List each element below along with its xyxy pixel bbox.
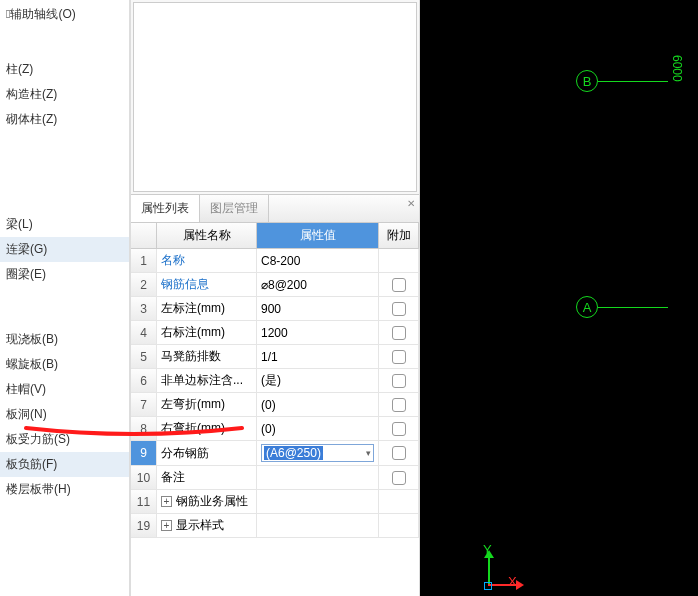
property-row[interactable]: 1名称C8-200: [131, 249, 419, 273]
tab-layer-manage[interactable]: 图层管理: [200, 195, 269, 222]
extra-checkbox[interactable]: [392, 374, 406, 388]
property-row[interactable]: 6非单边标注含...(是): [131, 369, 419, 393]
property-name: 右弯折(mm): [157, 417, 257, 440]
header-name: 属性名称: [157, 223, 257, 248]
property-value[interactable]: [257, 466, 379, 489]
row-number: 6: [131, 369, 157, 392]
axis-line: [598, 81, 668, 82]
property-name: +显示样式: [157, 514, 257, 537]
tree-item[interactable]: 连梁(G): [0, 237, 129, 262]
property-row[interactable]: 2钢筋信息⌀8@200: [131, 273, 419, 297]
property-value[interactable]: (0): [257, 417, 379, 440]
property-name: 备注: [157, 466, 257, 489]
property-value[interactable]: 1/1: [257, 345, 379, 368]
extra-checkbox[interactable]: [392, 446, 406, 460]
row-number: 4: [131, 321, 157, 344]
expand-icon[interactable]: +: [161, 496, 172, 507]
tree-item[interactable]: 板受力筋(S): [0, 427, 129, 452]
tree-item[interactable]: 楼层板带(H): [0, 477, 129, 502]
tree-item[interactable]: 现浇板(B): [0, 327, 129, 352]
row-number: 19: [131, 514, 157, 537]
property-row[interactable]: 19+显示样式: [131, 514, 419, 538]
property-value[interactable]: 900: [257, 297, 379, 320]
row-number: 8: [131, 417, 157, 440]
drawing-canvas[interactable]: B 6000 A Y X: [420, 0, 698, 596]
property-value[interactable]: (A6@250)▾: [257, 441, 379, 465]
tree-item[interactable]: 柱(Z): [0, 57, 129, 82]
property-row[interactable]: 7左弯折(mm)(0): [131, 393, 419, 417]
tree-item[interactable]: 构造柱(Z): [0, 82, 129, 107]
extra-cell: [379, 369, 419, 392]
extra-cell: [379, 273, 419, 296]
property-row[interactable]: 5马凳筋排数1/1: [131, 345, 419, 369]
property-row[interactable]: 3左标注(mm)900: [131, 297, 419, 321]
axis-line: [598, 307, 668, 308]
property-panel: 属性列表 图层管理 ✕ 属性名称 属性值 附加 1名称C8-2002钢筋信息⌀8…: [130, 0, 420, 596]
category-tree[interactable]: 􏰀辅助轴线(O) 柱(Z)构造柱(Z)砌体柱(Z) 梁(L)连梁(G)圈梁(E)…: [0, 0, 130, 596]
tree-item[interactable]: 板负筋(F): [0, 452, 129, 477]
extra-checkbox[interactable]: [392, 302, 406, 316]
property-name: 名称: [157, 249, 257, 272]
tree-item[interactable]: 砌体柱(Z): [0, 107, 129, 132]
tree-item[interactable]: 螺旋板(B): [0, 352, 129, 377]
extra-cell: [379, 321, 419, 344]
ucs-x-label: X: [508, 574, 517, 589]
extra-cell: [379, 393, 419, 416]
dimension-label: 6000: [670, 55, 684, 82]
extra-cell: [379, 345, 419, 368]
extra-cell: [379, 466, 419, 489]
property-name: 左标注(mm): [157, 297, 257, 320]
ucs-y-label: Y: [483, 542, 492, 557]
property-name: 马凳筋排数: [157, 345, 257, 368]
property-row[interactable]: 10备注: [131, 466, 419, 490]
tab-property-list[interactable]: 属性列表: [131, 195, 200, 222]
extra-cell: [379, 417, 419, 440]
extra-cell: [379, 249, 419, 272]
property-value[interactable]: [257, 514, 379, 537]
row-number: 10: [131, 466, 157, 489]
extra-checkbox[interactable]: [392, 278, 406, 292]
row-number: 5: [131, 345, 157, 368]
property-name: 钢筋信息: [157, 273, 257, 296]
property-name: 分布钢筋: [157, 441, 257, 465]
row-number: 1: [131, 249, 157, 272]
axis-badge-b: B: [576, 70, 598, 92]
tree-item[interactable]: 􏰀辅助轴线(O): [0, 2, 129, 27]
property-value[interactable]: ⌀8@200: [257, 273, 379, 296]
extra-checkbox[interactable]: [392, 422, 406, 436]
tree-item[interactable]: 柱帽(V): [0, 377, 129, 402]
tree-item[interactable]: 梁(L): [0, 212, 129, 237]
grid-header: 属性名称 属性值 附加: [131, 223, 419, 249]
value-dropdown[interactable]: (A6@250)▾: [261, 444, 374, 462]
row-number: 3: [131, 297, 157, 320]
header-value: 属性值: [257, 223, 379, 248]
tree-item[interactable]: 圈梁(E): [0, 262, 129, 287]
property-row[interactable]: 4右标注(mm)1200: [131, 321, 419, 345]
extra-checkbox[interactable]: [392, 471, 406, 485]
preview-area: [133, 2, 417, 192]
property-name: +钢筋业务属性: [157, 490, 257, 513]
property-value[interactable]: 1200: [257, 321, 379, 344]
extra-checkbox[interactable]: [392, 350, 406, 364]
chevron-down-icon[interactable]: ▾: [366, 448, 371, 458]
header-extra: 附加: [379, 223, 419, 248]
panel-tabs: 属性列表 图层管理 ✕: [131, 194, 419, 223]
property-value[interactable]: C8-200: [257, 249, 379, 272]
close-icon[interactable]: ✕: [407, 198, 415, 209]
property-row[interactable]: 9分布钢筋(A6@250)▾: [131, 441, 419, 466]
row-number: 11: [131, 490, 157, 513]
extra-cell: [379, 514, 419, 537]
property-value[interactable]: [257, 490, 379, 513]
expand-icon[interactable]: +: [161, 520, 172, 531]
property-row[interactable]: 8右弯折(mm)(0): [131, 417, 419, 441]
property-value[interactable]: (是): [257, 369, 379, 392]
property-row[interactable]: 11+钢筋业务属性: [131, 490, 419, 514]
extra-checkbox[interactable]: [392, 326, 406, 340]
row-number: 9: [131, 441, 157, 465]
tree-item[interactable]: 板洞(N): [0, 402, 129, 427]
row-number: 7: [131, 393, 157, 416]
property-name: 右标注(mm): [157, 321, 257, 344]
property-value[interactable]: (0): [257, 393, 379, 416]
extra-checkbox[interactable]: [392, 398, 406, 412]
property-grid: 属性名称 属性值 附加 1名称C8-2002钢筋信息⌀8@2003左标注(mm)…: [131, 223, 419, 596]
